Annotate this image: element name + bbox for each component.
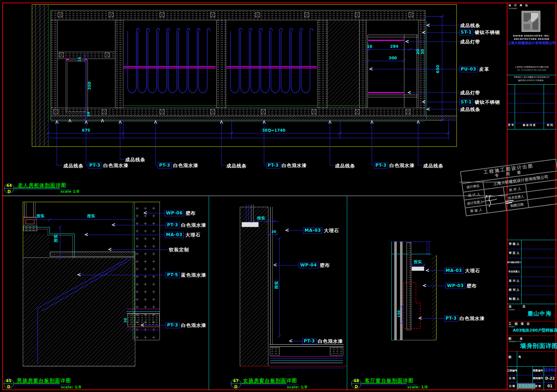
archive-number-value: J22027 xyxy=(544,368,556,373)
material-text: 白色混水漆 xyxy=(173,163,199,168)
dimension-label: 16 xyxy=(367,44,372,49)
material-code: WP-06 xyxy=(165,210,184,216)
page-value: 01 xyxy=(544,384,556,388)
drawing-title-value: 墙身剖面详图 xyxy=(520,342,557,350)
detail-number: 44 xyxy=(4,184,14,188)
material-callout: PT-3白色混水漆 xyxy=(266,162,307,169)
dimension-label: 20 xyxy=(416,49,420,54)
material-code: PT-3 xyxy=(158,162,172,169)
material-code: PT-3 xyxy=(88,162,102,169)
material-text: 白色混水漆 xyxy=(181,222,207,228)
dimension-label: 按实 xyxy=(37,213,44,219)
detail-title: 女孩房窗台板剖面详图 xyxy=(243,378,297,384)
material-text: 成品灯带 xyxy=(460,90,480,95)
material-text: 成品线条 xyxy=(423,163,443,169)
dimension-label: 20 xyxy=(86,112,90,116)
material-code: MA-03 xyxy=(165,232,184,238)
material-text: 白色混水漆 xyxy=(318,338,343,344)
revision-col-time: 时 间 xyxy=(544,124,556,127)
detail-letter: D xyxy=(351,385,361,389)
material-code: MA-03 xyxy=(303,227,322,234)
material-code: MA-03 xyxy=(444,268,463,274)
material-callout: 成品线条 xyxy=(460,22,480,29)
material-callout: 软装定制 xyxy=(169,247,189,253)
revision-col-content: 修 改 内 容 xyxy=(515,124,544,127)
revision-col-no: 序 号 xyxy=(507,124,515,127)
material-text: 成品灯带 xyxy=(460,39,480,44)
material-callout: 成品线条 xyxy=(423,163,443,169)
owner-label: 业 主 xyxy=(509,305,531,308)
material-text: 成品线条 xyxy=(460,107,480,112)
material-callout: PT-3白色混水漆 xyxy=(302,338,343,344)
material-code: PT-5 xyxy=(166,272,180,278)
material-callout: PT-3白色混水漆 xyxy=(158,162,199,169)
detail-letter: D xyxy=(4,385,14,389)
material-code: WP-04 xyxy=(299,262,318,268)
material-text: 成品线条 xyxy=(125,157,145,162)
material-code: PU-03 xyxy=(459,66,478,72)
material-callout: 成品线条 xyxy=(226,163,247,169)
material-text: 成品线条 xyxy=(226,163,247,169)
material-callout: PT-3白色混水漆 xyxy=(374,162,415,169)
material-text: 软装定制 xyxy=(169,247,189,252)
sheet-number-label: 图纸编号 xyxy=(532,377,544,380)
company-address: 上海市虹口区顺庆路880号10幢104室 xyxy=(508,66,556,68)
project-number-label: 工程编号 xyxy=(507,369,517,372)
signer-row-label: 设计团队负责人 xyxy=(507,261,521,264)
scale-label: 比 例 xyxy=(507,377,517,380)
design-unit-label: 设 计 单 位 xyxy=(509,4,529,7)
drawing-title-label: 图 名 xyxy=(509,337,526,341)
project-value: A03地块280户型样板房 xyxy=(513,328,557,333)
material-text: 镀钛不锈钢 xyxy=(475,30,500,35)
dimension-label: 按实 xyxy=(274,281,279,289)
material-callout: PT-3白色混水漆 xyxy=(88,162,129,169)
dimension-label: 30 xyxy=(420,49,425,54)
material-callout: 成品线条 xyxy=(63,163,84,169)
detail-letter: D xyxy=(4,189,14,194)
material-callout: PT-3白色混水漆 xyxy=(166,322,207,328)
material-callout: 成品线条 xyxy=(335,163,355,169)
dimension-label: 150 xyxy=(397,310,401,318)
company-name: 上海大研建筑设计咨询有限公司 xyxy=(507,41,556,45)
dimension-label: 650 xyxy=(435,65,440,73)
detail-number: 45 xyxy=(4,379,14,383)
material-text: 成品线条 xyxy=(335,163,355,169)
dimension-label: 20 xyxy=(271,230,276,234)
detail-number: 47 xyxy=(231,379,241,383)
dimension-label: 16 xyxy=(77,57,81,61)
brand-line1: DAYAN ASSOCIATES INC. xyxy=(508,34,556,37)
cad-sheet: 成品线条 ST-1镀钛不锈钢 成品灯带 PU-03皮革 成品灯带 ST-1镀钛不… xyxy=(0,0,557,392)
material-callout: WP-03壁布 xyxy=(446,283,477,289)
dimension-label: 按实 xyxy=(414,259,422,265)
company-phone: TEL: 021-61080322 FAX: 64511660 xyxy=(508,69,556,71)
design-unit-sub: DESIGNER xyxy=(509,8,517,10)
signer-row-label: 设 计 人 xyxy=(507,279,521,283)
remark-label: 图 号 xyxy=(509,355,524,359)
detail-letter: D xyxy=(231,385,241,389)
dimension-label: 284 xyxy=(390,44,399,49)
material-callout: PT-5蓝色混水漆 xyxy=(166,272,207,278)
material-text: 壁布 xyxy=(467,283,477,289)
material-code: PT-3 xyxy=(166,222,180,228)
dimension-label: 20 xyxy=(123,318,127,323)
date-label: 日 期 xyxy=(507,385,517,388)
material-callout: 成品线条 xyxy=(460,106,480,112)
material-callout: ST-1镀钛不锈钢 xyxy=(459,99,500,105)
material-text: 镀钛不锈钢 xyxy=(475,99,500,105)
material-text: 皮革 xyxy=(479,67,489,72)
material-callout: 成品线条 xyxy=(125,157,145,163)
project-label: 工 程 项 目 xyxy=(509,322,531,326)
copyright-line1: 本图纸归上海大研建筑设计咨询有限公司 xyxy=(508,76,556,78)
dimension-label: 300 xyxy=(389,56,397,60)
material-text: 白色混水漆 xyxy=(460,316,485,321)
owner-sub: OWNER xyxy=(509,309,515,311)
detail-scale: scale 1/8 xyxy=(60,189,79,193)
material-callout: MA-03大理石 xyxy=(303,227,339,234)
material-text: 壁布 xyxy=(186,210,196,216)
detail-scale: scale: 1/8 xyxy=(407,385,428,389)
signer-row-label: 制 图 人 xyxy=(507,297,521,301)
detail-title: 老人房柜体剖面详图 xyxy=(18,182,67,189)
detail-scale: scale: 1/8 xyxy=(61,385,81,389)
material-callout: MA-03大理石 xyxy=(165,232,200,238)
material-text: 成品线条 xyxy=(460,23,480,28)
